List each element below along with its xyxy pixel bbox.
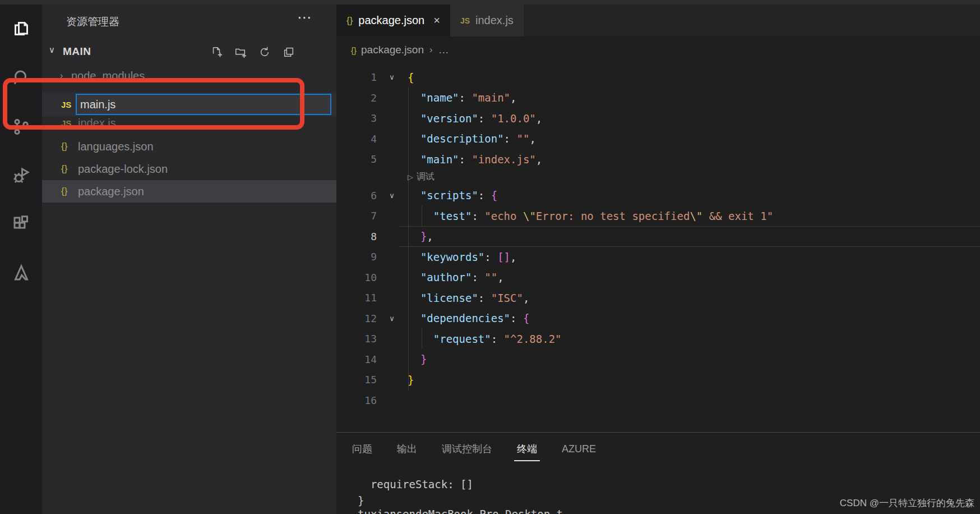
- folder-label: node_modules: [71, 70, 145, 82]
- line-number: 3: [336, 112, 377, 124]
- code-line-3[interactable]: 3 "version": "1.0.0",: [336, 108, 980, 128]
- code-line-4[interactable]: 4 "description": "",: [336, 128, 980, 149]
- new-file-icon[interactable]: [208, 44, 225, 61]
- code-text: {: [408, 71, 414, 84]
- code-text: }: [408, 374, 414, 386]
- tab-label: index.js: [475, 14, 514, 27]
- panel-tab-输出[interactable]: 输出: [397, 437, 417, 461]
- line-number: 13: [336, 333, 377, 345]
- line-number: 10: [336, 272, 377, 283]
- file-row-languages-json[interactable]: {}languages.json: [42, 135, 336, 158]
- refresh-icon[interactable]: [256, 44, 273, 61]
- section-name: MAIN: [63, 45, 91, 58]
- file-label: index.js: [78, 117, 116, 130]
- activity-item-source-control[interactable]: [0, 108, 42, 148]
- breadcrumb[interactable]: {} package.json › …: [336, 36, 980, 63]
- code-line-8[interactable]: 8 },: [336, 226, 980, 247]
- new-folder-icon[interactable]: [232, 44, 249, 61]
- file-row-main-js: JS: [42, 93, 336, 116]
- line-number: 12: [336, 313, 377, 324]
- code-text: "license": "ISC",: [408, 292, 529, 304]
- line-number: 16: [336, 394, 377, 406]
- code-line-5[interactable]: 5 "main": "index.js",: [336, 149, 980, 169]
- tab-label: package.json: [358, 14, 424, 27]
- extensions-icon: [11, 214, 31, 237]
- terminal-line: requireStack: []: [358, 478, 473, 490]
- breadcrumb-file[interactable]: package.json: [361, 44, 424, 56]
- explorer-sidebar: 资源管理器 ⋯ ∨ MAIN ›node_modulesJSindex.js{}…: [42, 4, 336, 514]
- code-line-9[interactable]: 9 "keywords": [],: [336, 246, 980, 267]
- code-line-2[interactable]: 2 "name": "main",: [336, 88, 980, 108]
- close-icon[interactable]: ×: [433, 14, 440, 27]
- code-line-1[interactable]: 1∨{: [336, 67, 980, 88]
- run-triangle-icon: ▷: [408, 173, 413, 181]
- code-line-13[interactable]: 13 "request": "^2.88.2": [336, 328, 980, 349]
- code-text: "description": "",: [408, 132, 536, 145]
- file-label: package-lock.json: [78, 163, 168, 176]
- tab-package-json[interactable]: {}package.json×: [336, 4, 450, 36]
- code-text: "dependencies": {: [408, 312, 529, 324]
- file-row-package-lock-json[interactable]: {}package-lock.json: [42, 158, 336, 180]
- debug-icon: [11, 166, 31, 188]
- code-line-7[interactable]: 7 "test": "echo \"Error: no test specifi…: [336, 205, 980, 226]
- file-label: package.json: [78, 185, 144, 198]
- json-braces-icon: {}: [351, 45, 357, 55]
- activity-item-search[interactable]: [0, 59, 42, 99]
- rename-input[interactable]: [76, 94, 331, 115]
- line-number: 2: [336, 92, 377, 104]
- more-actions-icon[interactable]: ⋯: [297, 9, 313, 26]
- activity-item-extensions[interactable]: [0, 206, 42, 245]
- panel-tab-终端[interactable]: 终端: [517, 437, 537, 461]
- file-label: languages.json: [78, 140, 154, 153]
- file-row-package-json[interactable]: {}package.json: [42, 180, 336, 203]
- activity-item-run-debug[interactable]: [0, 157, 42, 196]
- panel-tab-bar: 问题输出调试控制台终端AZURE: [336, 437, 980, 461]
- terminal-line: }: [358, 494, 364, 507]
- terminal-clipped-prompt: tuxiansendeMacBook-Pro Desktop t: [358, 508, 563, 514]
- activity-item-azure[interactable]: [0, 254, 42, 293]
- tab-index-js[interactable]: JSindex.js: [450, 4, 524, 36]
- fold-chevron-icon[interactable]: ∨: [385, 73, 399, 81]
- fold-chevron-icon[interactable]: ∨: [385, 314, 399, 323]
- json-braces-icon: {}: [61, 163, 78, 175]
- chevron-down-icon: ∨: [49, 45, 55, 55]
- code-line-10[interactable]: 10 "author": "",: [336, 267, 980, 288]
- code-text: }: [408, 353, 427, 365]
- panel-divider[interactable]: [336, 432, 980, 433]
- code-line-14[interactable]: 14 }: [336, 349, 980, 370]
- file-row-node-modules[interactable]: ›node_modules: [42, 65, 336, 87]
- code-text: },: [408, 230, 433, 242]
- line-number: 7: [336, 210, 377, 222]
- code-line-15[interactable]: 15}: [336, 369, 980, 390]
- line-number: 9: [336, 251, 377, 263]
- code-line-6[interactable]: 6∨ "scripts": {: [336, 185, 980, 206]
- panel-tab-AZURE[interactable]: AZURE: [562, 437, 596, 461]
- section-header-main[interactable]: ∨ MAIN: [42, 39, 336, 64]
- line-number: 5: [336, 153, 377, 165]
- code-text: "main": "index.js",: [408, 153, 542, 166]
- codelens-label: 调试: [417, 171, 434, 183]
- code-text: "author": "",: [408, 271, 504, 283]
- chevron-right-icon: ›: [60, 71, 71, 81]
- json-braces-icon: {}: [61, 186, 78, 197]
- panel-tab-调试控制台[interactable]: 调试控制台: [442, 437, 492, 461]
- panel-tab-问题[interactable]: 问题: [352, 437, 372, 461]
- search-icon: [11, 68, 31, 90]
- breadcrumb-tail[interactable]: …: [438, 44, 449, 56]
- json-braces-icon: {}: [61, 141, 78, 152]
- collapse-all-icon[interactable]: [280, 44, 297, 61]
- code-line-12[interactable]: 12∨ "dependencies": {: [336, 308, 980, 329]
- activity-item-explorer[interactable]: [0, 10, 42, 49]
- line-number: 1: [336, 71, 377, 83]
- code-line-11[interactable]: 11 "license": "ISC",: [336, 287, 980, 308]
- codelens-debug[interactable]: ▷调试: [408, 169, 434, 185]
- js-file-icon: JS: [61, 118, 78, 128]
- code-text: "version": "1.0.0",: [408, 112, 542, 125]
- line-number: 6: [336, 190, 377, 201]
- code-line-16[interactable]: 16: [336, 390, 980, 411]
- watermark: CSDN @一只特立独行的兔先森: [840, 497, 974, 510]
- fold-chevron-icon[interactable]: ∨: [385, 191, 399, 200]
- line-number: 14: [336, 354, 377, 365]
- code-editor[interactable]: 1∨{2 "name": "main",3 "version": "1.0.0"…: [336, 61, 980, 432]
- vscode-window: 资源管理器 ⋯ ∨ MAIN ›node_modulesJSindex.js{}…: [0, 0, 980, 514]
